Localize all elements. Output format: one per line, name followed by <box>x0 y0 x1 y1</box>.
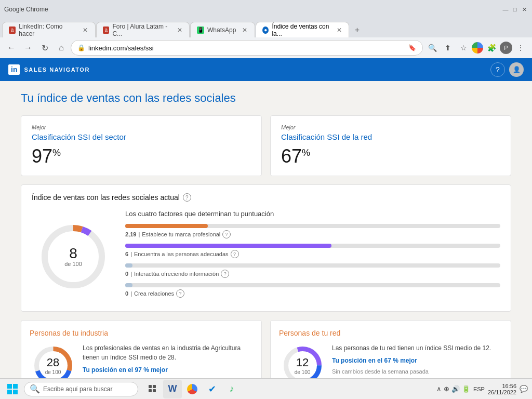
clock-date: 26/11/2022 <box>488 389 516 395</box>
bottom-cards-row: Personas de tu industria 28 de 100 Los p… <box>21 320 511 378</box>
address-text: linkedin.com/sales/ssi <box>88 44 405 52</box>
bookmark-button[interactable]: ☆ <box>456 41 471 55</box>
industria-donut-center: 28 de 100 <box>45 356 61 375</box>
taskbar-search-icon: 🔍 <box>30 384 40 394</box>
home-button[interactable]: ⌂ <box>54 41 69 55</box>
factor-3-score: 0 <box>125 271 128 277</box>
search-action-button[interactable]: 🔍 <box>425 41 440 55</box>
tab-4[interactable]: ● Índice de ventas con la... ✕ <box>256 22 349 37</box>
volume-icon[interactable]: 🔊 <box>451 385 460 393</box>
word-app-button[interactable]: W <box>163 380 182 398</box>
close-button[interactable]: ✕ <box>521 6 528 13</box>
tab-4-close[interactable]: ✕ <box>336 26 342 34</box>
back-button[interactable]: ← <box>4 41 19 55</box>
factor-2-score: 6 <box>125 251 128 257</box>
linkedin-logo: in <box>8 64 20 75</box>
profile-button[interactable]: P <box>500 42 512 54</box>
red-de-label: de 100 <box>295 369 311 375</box>
forward-button[interactable]: → <box>21 41 35 55</box>
share-button[interactable]: ⬆ <box>441 41 455 55</box>
factor-3-label-row: 0 | Interactúa ofreciendo información ? <box>125 270 500 278</box>
factor-2-bar-fill <box>125 244 331 248</box>
factor-1-bar-bg <box>125 224 500 228</box>
chevron-up-icon[interactable]: ∧ <box>436 385 442 393</box>
factor-row-1: 2,19 | Establece tu marca profesional ? <box>125 224 500 238</box>
help-button[interactable]: ? <box>490 62 505 77</box>
factor-2-bar-bg <box>125 244 500 248</box>
task-view-button[interactable] <box>143 380 162 398</box>
ssi-red-score: 67% <box>281 145 500 167</box>
tab-3[interactable]: 📱 WhatsApp ✕ <box>190 22 255 37</box>
factor-1-help-icon[interactable]: ? <box>222 230 231 238</box>
red-donut-center: 12 de 100 <box>295 356 311 375</box>
factor-1-label-row: 2,19 | Establece tu marca profesional ? <box>125 230 500 238</box>
red-no-change: Sin cambios desde la semana pasada <box>332 367 491 376</box>
tray-icons: ∧ ⊕ 🔊 🔋 <box>436 385 470 393</box>
tab-2[interactable]: a Foro | Alura Latam - C... ✕ <box>96 22 190 37</box>
windows-logo-icon <box>7 383 18 395</box>
factor-4-bar-fill <box>125 283 132 287</box>
start-button[interactable] <box>4 381 21 397</box>
tab-2-label: Foro | Alura Latam - C... <box>112 23 171 37</box>
taskbar: 🔍 Escribe aquí para buscar W ✔ ♪ ∧ ⊕ <box>0 378 532 399</box>
network-icon[interactable]: ⊕ <box>444 385 449 393</box>
taskbar-search-text: Escribe aquí para buscar <box>43 385 112 393</box>
tab-4-label: Índice de ventas con la... <box>272 23 331 37</box>
factor-2-help-icon[interactable]: ? <box>231 250 239 258</box>
minimize-button[interactable]: — <box>502 6 509 13</box>
menu-button[interactable]: ⋮ <box>513 41 528 55</box>
chrome-app-button[interactable] <box>183 380 202 398</box>
notifications-icon[interactable]: 💬 <box>520 385 528 393</box>
address-bar-row: ← → ↻ ⌂ 🔒 linkedin.com/sales/ssi 🔖 🔍 ⬆ ☆… <box>0 37 532 58</box>
tab-3-favicon: 📱 <box>197 26 204 34</box>
tab-3-close[interactable]: ✕ <box>241 26 248 34</box>
new-tab-button[interactable]: + <box>350 23 364 37</box>
svg-rect-15 <box>149 389 152 392</box>
address-box[interactable]: 🔒 linkedin.com/sales/ssi 🔖 <box>71 40 423 56</box>
linkedin-nav: in SALES NAVIGATOR ? 👤 <box>0 58 532 81</box>
ssi-de-label: de 100 <box>64 261 82 267</box>
extensions-button[interactable]: 🧩 <box>484 41 499 55</box>
factors-panel: Los cuatro factores que determinan tu pu… <box>125 210 500 303</box>
red-text: Las personas de tu red tienen un índice … <box>332 343 491 376</box>
red-body: 12 de 100 Las personas de tu red tienen … <box>279 343 502 378</box>
factor-3-help-icon[interactable]: ? <box>221 270 229 278</box>
reload-button[interactable]: ↻ <box>37 41 52 55</box>
spotify-app-button[interactable]: ♪ <box>222 380 241 398</box>
sales-nav-label: SALES NAVIGATOR <box>24 66 89 73</box>
svg-rect-11 <box>7 390 12 394</box>
factor-1-score: 2,19 <box>125 231 136 237</box>
user-avatar[interactable]: 👤 <box>509 62 524 77</box>
ssi-red-title: Clasificación SSI de la red <box>281 132 500 141</box>
clock-area: 16:56 26/11/2022 <box>488 383 516 395</box>
browser-title: Google Chrome <box>4 6 48 13</box>
taskbar-icons: W ✔ ♪ <box>143 380 241 398</box>
svg-rect-16 <box>153 389 156 392</box>
maximize-button[interactable]: □ <box>511 6 518 13</box>
ssi-sector-mejor: Mejor <box>32 124 251 130</box>
industria-text: Los profesionales de ventas en la indust… <box>83 343 253 378</box>
linkedin-nav-actions: ? 👤 <box>490 62 524 77</box>
ssi-actual-title: Índice de ventas con las redes sociales … <box>32 193 180 202</box>
factor-2-label-row: 6 | Encuentra a las personas adecuadas ? <box>125 250 500 258</box>
tab-1-close[interactable]: ✕ <box>82 26 89 34</box>
todo-app-button[interactable]: ✔ <box>203 380 221 398</box>
factor-3-label: Interactúa ofreciendo información <box>134 271 219 277</box>
tab-1[interactable]: a LinkedIn: Como hacer ✕ <box>2 22 96 37</box>
factor-4-label-row: 0 | Crea relaciones ? <box>125 289 500 298</box>
linkedin-logo-area: in SALES NAVIGATOR <box>8 64 90 75</box>
tab-4-favicon: ● <box>262 26 269 34</box>
factor-4-help-icon[interactable]: ? <box>176 289 184 298</box>
tab-3-label: WhatsApp <box>207 26 236 34</box>
factor-1-bar-fill <box>125 224 208 228</box>
chrome-icon[interactable] <box>472 42 483 54</box>
industria-title: Personas de tu industria <box>30 329 253 337</box>
tab-2-close[interactable]: ✕ <box>177 26 183 34</box>
red-score: 12 <box>295 356 311 369</box>
industria-de-label: de 100 <box>45 369 61 375</box>
ssi-actual-help-icon[interactable]: ? <box>183 193 191 202</box>
red-description: Las personas de tu red tienen un índice … <box>332 343 491 353</box>
ssi-red-card: Mejor Clasificación SSI de la red 67% <box>270 115 511 176</box>
taskbar-search-box[interactable]: 🔍 Escribe aquí para buscar <box>24 382 138 396</box>
clock-time: 16:56 <box>502 383 516 389</box>
